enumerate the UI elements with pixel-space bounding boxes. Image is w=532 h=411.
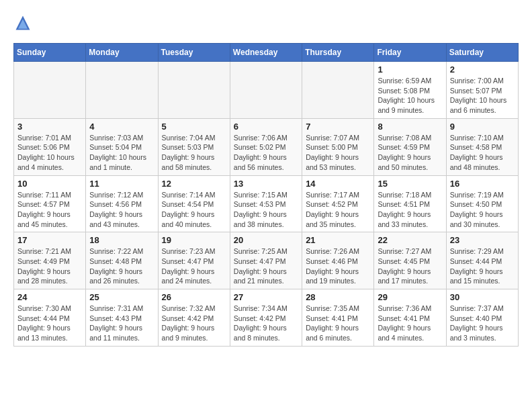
day-info: Sunrise: 7:26 AM Sunset: 4:46 PM Dayligh… [306,246,370,286]
col-header-tuesday: Tuesday [158,44,230,62]
day-number: 28 [306,292,370,302]
calendar-cell: 16Sunrise: 7:19 AM Sunset: 4:50 PM Dayli… [446,175,518,232]
day-number: 5 [162,122,226,132]
day-number: 8 [378,122,442,132]
day-number: 11 [89,179,154,189]
day-number: 21 [306,235,370,245]
calendar-cell: 22Sunrise: 7:27 AM Sunset: 4:45 PM Dayli… [374,232,446,289]
calendar-week-5: 24Sunrise: 7:30 AM Sunset: 4:44 PM Dayli… [14,289,519,347]
day-info: Sunrise: 7:07 AM Sunset: 5:00 PM Dayligh… [306,133,370,173]
day-info: Sunrise: 7:03 AM Sunset: 5:04 PM Dayligh… [89,133,154,173]
calendar-cell: 6Sunrise: 7:06 AM Sunset: 5:02 PM Daylig… [230,118,302,175]
calendar-cell: 30Sunrise: 7:37 AM Sunset: 4:40 PM Dayli… [446,289,518,347]
day-info: Sunrise: 7:15 AM Sunset: 4:53 PM Dayligh… [234,190,298,230]
calendar-cell [230,62,302,119]
calendar-cell: 3Sunrise: 7:01 AM Sunset: 5:06 PM Daylig… [14,118,86,175]
calendar-cell: 11Sunrise: 7:12 AM Sunset: 4:56 PM Dayli… [86,175,158,232]
day-number: 20 [234,235,298,245]
col-header-saturday: Saturday [446,44,518,62]
logo-icon [13,13,32,32]
calendar-cell: 12Sunrise: 7:14 AM Sunset: 4:54 PM Dayli… [158,175,230,232]
day-info: Sunrise: 6:59 AM Sunset: 5:08 PM Dayligh… [378,76,442,116]
calendar-cell: 26Sunrise: 7:32 AM Sunset: 4:42 PM Dayli… [158,289,230,347]
col-header-sunday: Sunday [14,44,86,62]
calendar-cell: 10Sunrise: 7:11 AM Sunset: 4:57 PM Dayli… [14,175,86,232]
day-number: 4 [89,122,154,132]
day-number: 19 [162,235,226,245]
day-info: Sunrise: 7:30 AM Sunset: 4:44 PM Dayligh… [17,304,82,343]
day-number: 9 [450,122,515,132]
day-number: 10 [17,179,82,189]
calendar-cell: 4Sunrise: 7:03 AM Sunset: 5:04 PM Daylig… [86,118,158,175]
calendar-cell: 27Sunrise: 7:34 AM Sunset: 4:42 PM Dayli… [230,289,302,347]
day-number: 2 [450,64,515,75]
day-number: 6 [234,122,298,132]
day-number: 1 [378,64,442,75]
day-info: Sunrise: 7:10 AM Sunset: 4:58 PM Dayligh… [450,133,515,173]
calendar-cell: 5Sunrise: 7:04 AM Sunset: 5:03 PM Daylig… [158,118,230,175]
day-info: Sunrise: 7:21 AM Sunset: 4:49 PM Dayligh… [17,246,82,286]
day-number: 18 [89,235,154,245]
day-number: 15 [378,179,442,189]
calendar-week-2: 3Sunrise: 7:01 AM Sunset: 5:06 PM Daylig… [14,118,519,175]
calendar-header-row: SundayMondayTuesdayWednesdayThursdayFrid… [14,44,519,62]
calendar-cell: 15Sunrise: 7:18 AM Sunset: 4:51 PM Dayli… [374,175,446,232]
day-number: 29 [378,292,442,302]
calendar-cell: 23Sunrise: 7:29 AM Sunset: 4:44 PM Dayli… [446,232,518,289]
calendar-cell: 18Sunrise: 7:22 AM Sunset: 4:48 PM Dayli… [86,232,158,289]
calendar-cell: 21Sunrise: 7:26 AM Sunset: 4:46 PM Dayli… [302,232,374,289]
col-header-wednesday: Wednesday [230,44,302,62]
day-number: 13 [234,179,298,189]
day-info: Sunrise: 7:25 AM Sunset: 4:47 PM Dayligh… [234,246,298,286]
calendar-week-4: 17Sunrise: 7:21 AM Sunset: 4:49 PM Dayli… [14,232,519,289]
day-info: Sunrise: 7:01 AM Sunset: 5:06 PM Dayligh… [17,133,82,173]
calendar-week-3: 10Sunrise: 7:11 AM Sunset: 4:57 PM Dayli… [14,175,519,232]
day-info: Sunrise: 7:35 AM Sunset: 4:41 PM Dayligh… [306,304,370,343]
day-info: Sunrise: 7:23 AM Sunset: 4:47 PM Dayligh… [162,246,226,286]
calendar-cell [158,62,230,119]
calendar-cell: 14Sunrise: 7:17 AM Sunset: 4:52 PM Dayli… [302,175,374,232]
calendar-cell: 24Sunrise: 7:30 AM Sunset: 4:44 PM Dayli… [14,289,86,347]
calendar-cell: 25Sunrise: 7:31 AM Sunset: 4:43 PM Dayli… [86,289,158,347]
calendar-cell [302,62,374,119]
day-info: Sunrise: 7:04 AM Sunset: 5:03 PM Dayligh… [162,133,226,173]
day-info: Sunrise: 7:17 AM Sunset: 4:52 PM Dayligh… [306,190,370,230]
day-info: Sunrise: 7:06 AM Sunset: 5:02 PM Dayligh… [234,133,298,173]
day-number: 25 [89,292,154,302]
calendar-table: SundayMondayTuesdayWednesdayThursdayFrid… [13,43,519,347]
day-number: 16 [450,179,515,189]
day-number: 12 [162,179,226,189]
logo [13,13,35,32]
col-header-friday: Friday [374,44,446,62]
calendar-cell: 1Sunrise: 6:59 AM Sunset: 5:08 PM Daylig… [374,62,446,119]
day-info: Sunrise: 7:19 AM Sunset: 4:50 PM Dayligh… [450,190,515,230]
calendar-cell: 13Sunrise: 7:15 AM Sunset: 4:53 PM Dayli… [230,175,302,232]
day-number: 17 [17,235,82,245]
day-number: 22 [378,235,442,245]
day-info: Sunrise: 7:29 AM Sunset: 4:44 PM Dayligh… [450,246,515,286]
calendar-cell: 8Sunrise: 7:08 AM Sunset: 4:59 PM Daylig… [374,118,446,175]
calendar-cell: 28Sunrise: 7:35 AM Sunset: 4:41 PM Dayli… [302,289,374,347]
calendar-cell: 29Sunrise: 7:36 AM Sunset: 4:41 PM Dayli… [374,289,446,347]
day-number: 3 [17,122,82,132]
day-info: Sunrise: 7:18 AM Sunset: 4:51 PM Dayligh… [378,190,442,230]
day-number: 24 [17,292,82,302]
calendar-cell: 7Sunrise: 7:07 AM Sunset: 5:00 PM Daylig… [302,118,374,175]
calendar-week-1: 1Sunrise: 6:59 AM Sunset: 5:08 PM Daylig… [14,62,519,119]
calendar-cell [14,62,86,119]
day-number: 30 [450,292,515,302]
day-info: Sunrise: 7:37 AM Sunset: 4:40 PM Dayligh… [450,304,515,343]
day-number: 26 [162,292,226,302]
page-header [13,13,519,32]
day-info: Sunrise: 7:34 AM Sunset: 4:42 PM Dayligh… [234,304,298,343]
day-number: 23 [450,235,515,245]
day-info: Sunrise: 7:12 AM Sunset: 4:56 PM Dayligh… [89,190,154,230]
day-info: Sunrise: 7:22 AM Sunset: 4:48 PM Dayligh… [89,246,154,286]
calendar-cell [86,62,158,119]
calendar-cell: 9Sunrise: 7:10 AM Sunset: 4:58 PM Daylig… [446,118,518,175]
day-info: Sunrise: 7:27 AM Sunset: 4:45 PM Dayligh… [378,246,442,286]
calendar-cell: 17Sunrise: 7:21 AM Sunset: 4:49 PM Dayli… [14,232,86,289]
day-info: Sunrise: 7:08 AM Sunset: 4:59 PM Dayligh… [378,133,442,173]
col-header-thursday: Thursday [302,44,374,62]
day-info: Sunrise: 7:11 AM Sunset: 4:57 PM Dayligh… [17,190,82,230]
